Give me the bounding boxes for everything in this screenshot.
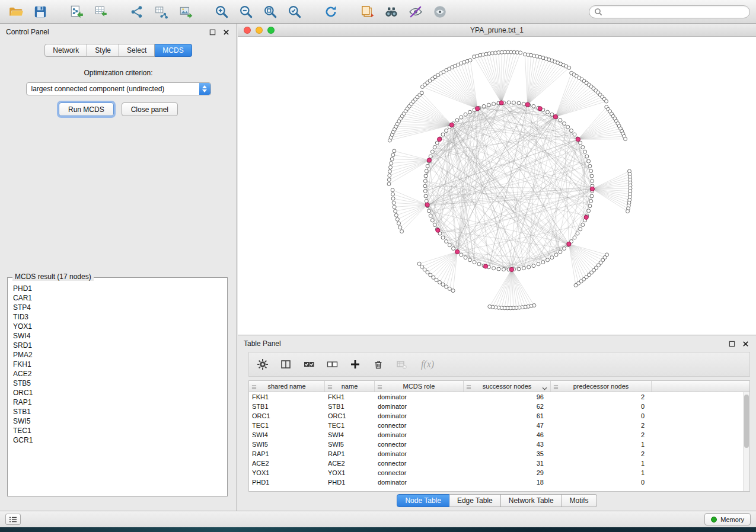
scrollbar-thumb[interactable] xyxy=(744,395,749,448)
table-row[interactable]: YOX1YOX1connector291 xyxy=(249,468,749,477)
tab-select[interactable]: Select xyxy=(119,44,155,57)
tab-network-table[interactable]: Network Table xyxy=(501,494,562,507)
column-header-successor-nodes[interactable]: successor nodes xyxy=(464,381,551,392)
table-panel: Table Panel xyxy=(238,335,756,511)
tab-motifs[interactable]: Motifs xyxy=(562,494,597,507)
zoom-in-icon[interactable] xyxy=(212,2,232,21)
mcds-result-item[interactable]: TID3 xyxy=(8,312,227,322)
zoom-fit-icon[interactable] xyxy=(260,2,280,21)
new-network-table-icon[interactable] xyxy=(151,2,171,21)
show-panels-icon[interactable] xyxy=(5,514,21,525)
mcds-result-item[interactable]: CAR1 xyxy=(8,293,227,303)
mcds-result-item[interactable]: PHD1 xyxy=(8,284,227,293)
clone-network-icon[interactable] xyxy=(357,2,377,21)
search-binoculars-icon[interactable] xyxy=(381,2,401,21)
network-titlebar[interactable]: YPA_prune.txt_1 xyxy=(238,24,756,37)
mcds-result-item[interactable]: SWI4 xyxy=(8,331,227,341)
table-cell: dominator xyxy=(375,402,464,411)
table-vertical-scrollbar[interactable] xyxy=(743,392,749,491)
mcds-result-item[interactable]: RAP1 xyxy=(8,398,227,407)
network-canvas[interactable] xyxy=(238,37,756,335)
memory-button[interactable]: Memory xyxy=(704,513,751,525)
mcds-result-list[interactable]: PHD1CAR1STP4TID3YOX1SWI4SRD1PMA2FKH1ACE2… xyxy=(7,277,228,496)
table-row[interactable]: RAP1RAP1dominator352 xyxy=(249,449,749,459)
table-cell: YOX1 xyxy=(325,468,375,477)
tab-style[interactable]: Style xyxy=(87,44,119,57)
search-input[interactable] xyxy=(605,8,745,16)
table-row[interactable]: STB1STB1dominator620 xyxy=(249,402,749,411)
table-cell: SWI4 xyxy=(249,430,325,440)
table-cell: 2 xyxy=(551,392,652,402)
mcds-result-item[interactable]: FKH1 xyxy=(8,360,227,369)
close-table-panel-icon[interactable] xyxy=(741,339,750,348)
table-cell: 35 xyxy=(464,449,551,459)
import-table-disabled-icon xyxy=(395,358,408,371)
zoom-selected-icon[interactable] xyxy=(285,2,305,21)
table-row[interactable]: ORC1ORC1dominator610 xyxy=(249,411,749,421)
minimize-window-icon[interactable] xyxy=(256,27,263,34)
run-mcds-button[interactable]: Run MCDS xyxy=(59,102,114,116)
open-file-icon[interactable] xyxy=(6,2,26,21)
table-cell: SWI4 xyxy=(325,430,375,440)
maximize-window-icon[interactable] xyxy=(267,27,275,34)
select-all-icon[interactable] xyxy=(302,358,315,371)
close-panel-icon[interactable] xyxy=(221,27,231,37)
float-panel-icon[interactable] xyxy=(208,27,217,37)
import-table-file-icon[interactable] xyxy=(91,2,111,21)
export-image-icon[interactable] xyxy=(176,2,196,21)
search-field xyxy=(589,5,750,18)
table-row[interactable]: PHD1PHD1dominator180 xyxy=(249,477,749,487)
column-header-name[interactable]: name xyxy=(325,381,375,392)
add-column-icon[interactable] xyxy=(349,358,362,371)
mcds-result-item[interactable]: STB5 xyxy=(8,379,227,388)
tab-node-table[interactable]: Node Table xyxy=(397,494,449,507)
column-sort-icon xyxy=(466,384,471,391)
delete-column-icon[interactable] xyxy=(372,358,385,371)
table-row[interactable]: SWI5SWI5connector431 xyxy=(249,440,749,449)
column-header-predecessor-nodes[interactable]: predecessor nodes xyxy=(551,381,652,392)
tab-mcds[interactable]: MCDS xyxy=(155,44,192,57)
mcds-result-item[interactable]: STP4 xyxy=(8,303,227,312)
show-hide-graphics-icon[interactable] xyxy=(430,2,450,21)
table-cell: PHD1 xyxy=(325,477,375,487)
table-row[interactable]: SWI4SWI4dominator462 xyxy=(249,430,749,440)
criterion-select[interactable]: largest connected component (undirected) xyxy=(26,82,211,95)
table-cell: dominator xyxy=(375,430,464,440)
close-panel-button[interactable]: Close panel xyxy=(122,102,178,116)
table-cell: dominator xyxy=(375,392,464,402)
table-cell: RAP1 xyxy=(325,449,375,459)
table-cell: 1 xyxy=(551,459,652,468)
refresh-layout-icon[interactable] xyxy=(321,2,341,21)
import-network-file-icon[interactable] xyxy=(66,2,87,21)
table-cell: 61 xyxy=(464,411,551,421)
mcds-result-item[interactable]: SWI5 xyxy=(8,416,227,426)
deselect-all-icon[interactable] xyxy=(326,358,339,371)
mcds-result-item[interactable]: PMA2 xyxy=(8,350,227,360)
mcds-result-item[interactable]: YOX1 xyxy=(8,322,227,331)
gear-icon[interactable] xyxy=(256,358,269,371)
tab-edge-table[interactable]: Edge Table xyxy=(449,494,501,507)
mcds-result-item[interactable]: TEC1 xyxy=(8,426,227,435)
column-header-mcds-role[interactable]: MCDS role xyxy=(375,381,464,392)
float-table-panel-icon[interactable] xyxy=(727,339,736,348)
close-window-icon[interactable] xyxy=(244,27,251,34)
table-cell: YOX1 xyxy=(249,468,325,477)
zoom-out-icon[interactable] xyxy=(236,2,256,21)
mcds-result-item[interactable]: STB1 xyxy=(8,407,227,416)
save-session-icon[interactable] xyxy=(30,2,50,21)
new-network-icon[interactable] xyxy=(127,2,147,21)
mcds-result-item[interactable]: ACE2 xyxy=(8,369,227,379)
control-panel-tabs: Network Style Select MCDS xyxy=(0,44,237,57)
column-sort-icon xyxy=(251,384,257,391)
columns-icon[interactable] xyxy=(279,358,292,371)
table-row[interactable]: TEC1TEC1connector472 xyxy=(249,421,749,430)
column-header-shared-name[interactable]: shared name xyxy=(249,381,325,392)
mcds-result-item[interactable]: ORC1 xyxy=(8,388,227,398)
table-row[interactable]: ACE2ACE2connector311 xyxy=(249,459,749,468)
toggle-graphics-details-icon[interactable] xyxy=(406,2,426,21)
table-cell: connector xyxy=(375,440,464,449)
table-row[interactable]: FKH1FKH1dominator962 xyxy=(249,392,749,402)
mcds-result-item[interactable]: GCR1 xyxy=(8,435,227,445)
tab-network[interactable]: Network xyxy=(44,44,87,57)
mcds-result-item[interactable]: SRD1 xyxy=(8,341,227,350)
